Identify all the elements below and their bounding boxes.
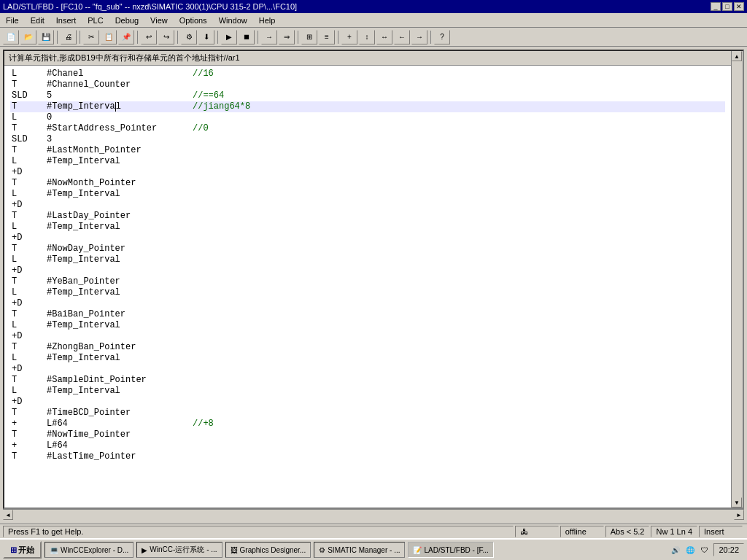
scrollbar-right[interactable]: ▲ ▼	[731, 51, 743, 508]
code-line: L#Temp_Interval	[10, 386, 725, 397]
compile-button[interactable]: ⚙	[181, 30, 197, 44]
close-button[interactable]: ✕	[734, 2, 744, 11]
code-keyword: T	[12, 244, 47, 254]
content-area: 计算单元指针,形成DB19中所有行和存储单元的首个地址指针//ar1 L#Cha…	[0, 47, 747, 524]
code-operand	[47, 233, 193, 244]
code-operand: L#64	[47, 419, 193, 429]
menu-file[interactable]: File	[3, 15, 22, 26]
code-content[interactable]: L#Chanel//16T#Channel_CounterSLD5//==64T…	[4, 66, 731, 508]
code-line: +D	[10, 200, 725, 211]
status-offline: offline	[560, 526, 604, 537]
scroll-right-button[interactable]: ►	[734, 510, 744, 520]
fwd-button[interactable]: →	[411, 30, 427, 44]
menu-help[interactable]: Help	[256, 15, 279, 26]
code-line: T#BaiBan_Pointer	[10, 309, 725, 320]
stop-button[interactable]: ⏹	[239, 30, 255, 44]
help-button[interactable]: ?	[434, 30, 450, 44]
taskbar-right: 🔊 🌐 🛡 20:22	[670, 543, 744, 556]
code-operand: #LastMonth_Pointer	[47, 145, 193, 156]
stl-button[interactable]: ≡	[319, 30, 335, 44]
code-keyword: T	[12, 451, 47, 462]
print-button[interactable]: 🖨	[61, 30, 77, 44]
code-header: 计算单元指针,形成DB19中所有行和存储单元的首个地址指针//ar1	[4, 51, 731, 66]
copy-button[interactable]: 📋	[101, 30, 117, 44]
paste-button[interactable]: 📌	[118, 30, 134, 44]
step2-button[interactable]: ⇒	[279, 30, 295, 44]
menu-edit[interactable]: Edit	[28, 15, 47, 26]
code-keyword: L	[12, 222, 47, 233]
menu-insert[interactable]: Insert	[53, 15, 80, 26]
code-line: T#YeBan_Pointer	[10, 276, 725, 287]
code-lines-container: L#Chanel//16T#Channel_CounterSLD5//==64T…	[10, 69, 725, 462]
code-line: +D	[10, 233, 725, 244]
menu-debug[interactable]: Debug	[112, 15, 142, 26]
redo-button[interactable]: ↪	[158, 30, 174, 44]
code-line: L#Temp_Interval	[10, 189, 725, 200]
code-operand: #SampleDint_Pointer	[47, 375, 193, 386]
code-line: L#Temp_Interval	[10, 287, 725, 298]
code-line: L#Temp_Interval	[10, 353, 725, 364]
status-offline-text: offline	[565, 527, 587, 536]
back-button[interactable]: ←	[394, 30, 410, 44]
maximize-button[interactable]: □	[722, 2, 732, 11]
code-line: +D	[10, 331, 725, 342]
taskbar-lad-stl[interactable]: 📝 LAD/STL/FBD - [F...	[408, 542, 493, 558]
status-insert-text: Insert	[704, 527, 724, 536]
lad-button[interactable]: ⊞	[301, 30, 317, 44]
taskbar-graphics-designer[interactable]: 🖼 Graphics Designer...	[225, 542, 311, 558]
code-operand: #NowTime_Pointer	[47, 429, 193, 440]
scroll-track	[732, 61, 743, 497]
minimize-button[interactable]: _	[711, 2, 721, 11]
code-keyword: SLD	[12, 134, 47, 145]
taskbar-simatic-manager-icon: ⚙	[319, 546, 325, 554]
taskbar-wincc-explorer-label: WinCCExplorer - D...	[61, 546, 128, 554]
insert-nw2-button[interactable]: ↕	[359, 30, 375, 44]
menu-window[interactable]: Window	[216, 15, 250, 26]
menu-options[interactable]: Options	[177, 15, 210, 26]
run-button[interactable]: ▶	[221, 30, 237, 44]
menu-view[interactable]: View	[147, 15, 171, 26]
scroll-up-button[interactable]: ▲	[732, 51, 742, 61]
taskbar-simatic-manager[interactable]: ⚙ SIMATIC Manager - ...	[314, 542, 405, 558]
toolbar: 📄 📂 💾 🖨 ✂ 📋 📌 ↩ ↪ ⚙ ⬇ ▶ ⏹ → ⇒ ⊞ ≡ + ↕ ↔ …	[0, 28, 747, 47]
code-line: L0	[10, 112, 725, 123]
code-line: +D	[10, 397, 725, 408]
download-button[interactable]: ⬇	[198, 30, 214, 44]
insert-nw3-button[interactable]: ↔	[376, 30, 392, 44]
code-line: T#LastDay_Pointer	[10, 211, 725, 222]
scroll-down-button[interactable]: ▼	[732, 497, 742, 508]
code-operand	[47, 265, 193, 276]
code-keyword: T	[12, 342, 47, 353]
open-button[interactable]: 📂	[20, 30, 36, 44]
undo-button[interactable]: ↩	[141, 30, 157, 44]
code-keyword: +D	[12, 397, 47, 408]
menu-plc[interactable]: PLC	[85, 15, 106, 26]
taskbar-wincc-runtime-label: WinCC-运行系统 - ...	[150, 545, 217, 555]
step-button[interactable]: →	[261, 30, 277, 44]
taskbar-wincc-runtime[interactable]: ▶ WinCC-运行系统 - ...	[136, 542, 222, 558]
code-line: L#Temp_Interval	[10, 156, 725, 167]
status-network-icon: 🖧	[515, 526, 559, 537]
code-operand: #YeBan_Pointer	[47, 276, 193, 287]
code-operand: 5	[47, 90, 193, 101]
code-header-text: 计算单元指针,形成DB19中所有行和存储单元的首个地址指针//ar1	[9, 53, 240, 62]
new-button[interactable]: 📄	[3, 30, 19, 44]
code-operand: #Temp_Interval	[47, 320, 193, 331]
taskbar-wincc-explorer[interactable]: 💻 WinCCExplorer - D...	[44, 542, 133, 558]
code-keyword: T	[12, 375, 47, 386]
save-button[interactable]: 💾	[38, 30, 54, 44]
taskbar-graphics-designer-icon: 🖼	[231, 546, 238, 554]
taskbar-simatic-manager-label: SIMATIC Manager - ...	[328, 546, 400, 554]
code-operand: #Temp_Interval	[47, 101, 193, 112]
status-abs: Abs < 5.2	[605, 526, 650, 537]
clock: 20:22	[713, 543, 744, 556]
insert-nw-button[interactable]: +	[341, 30, 357, 44]
code-line: T#Temp_Interval//jiang64*8	[10, 101, 725, 112]
cut-button[interactable]: ✂	[83, 30, 99, 44]
code-operand	[47, 167, 193, 178]
code-operand: #BaiBan_Pointer	[47, 309, 193, 320]
code-operand: #Temp_Interval	[47, 189, 193, 200]
start-button[interactable]: ⊞ 开始	[3, 541, 42, 559]
scroll-left-button[interactable]: ◄	[3, 510, 13, 520]
code-keyword: L	[12, 386, 47, 397]
